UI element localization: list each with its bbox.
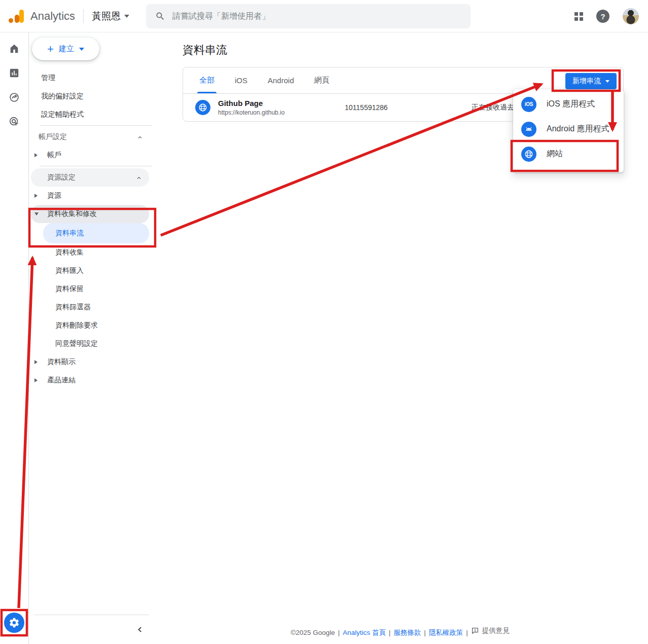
menu-divider	[40, 125, 152, 126]
sidebar-footer-divider	[34, 615, 149, 615]
collapse-arrow-icon	[34, 212, 39, 216]
sidebar-item-account[interactable]: 帳戶	[29, 146, 152, 164]
expand-arrow-icon	[34, 360, 38, 364]
footer-link-terms[interactable]: 服務條款	[393, 629, 421, 636]
sidebar-item-product-links[interactable]: 產品連結	[29, 371, 152, 389]
search-input[interactable]	[172, 12, 461, 21]
menu-divider	[40, 166, 152, 166]
account-switcher[interactable]: 黃照恩	[92, 10, 129, 23]
admin-menu: 管理 我的偏好設定 設定輔助程式 帳戶設定 帳戶 資源設定 資源 資料收集和修改…	[29, 69, 152, 389]
send-feedback-button[interactable]: 提供意見	[471, 626, 510, 635]
footer-link-privacy[interactable]: 隱私權政策	[429, 629, 463, 636]
sidebar-item-data-collection[interactable]: 資料收集	[29, 243, 152, 262]
stream-id: 10115591286	[345, 103, 472, 112]
search-icon	[155, 11, 165, 21]
tab-android[interactable]: Android	[262, 67, 300, 93]
avatar[interactable]	[623, 8, 639, 24]
account-name: 黃照恩	[92, 10, 121, 23]
plus-icon: +	[47, 44, 54, 55]
website-globe-icon	[521, 147, 536, 162]
chevron-down-icon	[605, 80, 609, 83]
explore-icon[interactable]	[0, 85, 28, 110]
footer: ©2025 Google|Analytics 首頁|服務條款|隱私權政策|提供意…	[152, 626, 648, 637]
add-stream-dropdown: iOS iOS 應用程式 Android 應用程式 網站	[513, 89, 624, 172]
sidebar-item-setup-assistant[interactable]: 設定輔助程式	[29, 105, 152, 124]
sidebar-item-data-display[interactable]: 資料顯示	[29, 353, 152, 371]
header-divider	[83, 9, 84, 23]
nav-rail	[0, 32, 29, 644]
chevron-down-icon	[124, 15, 129, 18]
create-button[interactable]: + 建立	[32, 38, 99, 60]
reports-icon[interactable]	[0, 61, 28, 85]
add-stream-button[interactable]: 新增串流	[565, 73, 617, 89]
ios-app-icon: iOS	[521, 97, 536, 112]
sidebar-item-data-streams[interactable]: 資料串流	[43, 223, 149, 243]
footer-link-analytics-home[interactable]: Analytics 首頁	[343, 629, 386, 636]
help-icon[interactable]: ?	[596, 10, 609, 23]
brand-title: Analytics	[30, 10, 75, 23]
analytics-logo-icon	[8, 8, 26, 24]
sidebar-section-account-settings[interactable]: 帳戶設定	[29, 128, 152, 146]
copyright: ©2025 Google	[291, 629, 335, 636]
tab-web[interactable]: 網頁	[308, 67, 336, 93]
sidebar-item-data-import[interactable]: 資料匯入	[29, 262, 152, 280]
tab-all[interactable]: 全部	[193, 67, 221, 93]
sidebar-item-admin[interactable]: 管理	[29, 69, 152, 87]
admin-gear-icon[interactable]	[4, 613, 24, 633]
sidebar-item-data-retention[interactable]: 資料保留	[29, 280, 152, 298]
page-title: 資料串流	[183, 43, 648, 57]
home-icon[interactable]	[0, 37, 28, 61]
android-app-icon	[521, 122, 536, 137]
search-bar[interactable]	[146, 4, 471, 28]
apps-grid-icon[interactable]	[574, 12, 583, 21]
advertising-icon[interactable]	[0, 110, 28, 134]
feedback-icon	[471, 627, 479, 635]
sidebar-item-data-filters[interactable]: 資料篩選器	[29, 298, 152, 316]
expand-arrow-icon	[34, 378, 38, 382]
sidebar-item-preferences[interactable]: 我的偏好設定	[29, 87, 152, 105]
chevron-up-icon	[136, 174, 142, 183]
stream-name: Github Page	[218, 99, 345, 108]
sidebar-item-data-deletion-requests[interactable]: 資料刪除要求	[29, 316, 152, 335]
chevron-up-icon	[137, 134, 143, 142]
sidebar-item-property[interactable]: 資源	[29, 187, 152, 205]
expand-arrow-icon	[34, 194, 38, 198]
expand-arrow-icon	[34, 153, 38, 157]
menu-item-website[interactable]: 網站	[513, 141, 624, 166]
menu-item-ios-app[interactable]: iOS iOS 應用程式	[513, 92, 624, 117]
sidebar-item-data-collection-and-modification[interactable]: 資料收集和修改	[31, 205, 149, 223]
web-stream-icon	[195, 100, 210, 115]
sidebar-item-consent-settings[interactable]: 同意聲明設定	[29, 335, 152, 353]
menu-item-android-app[interactable]: Android 應用程式	[513, 117, 624, 141]
admin-sidebar: + 建立 管理 我的偏好設定 設定輔助程式 帳戶設定 帳戶 資源設定 資源 資料…	[29, 32, 152, 644]
app-header: Analytics 黃照恩 ?	[0, 0, 648, 32]
tab-ios[interactable]: iOS	[229, 67, 254, 93]
chevron-down-icon	[79, 48, 84, 51]
stream-url: https://koteruon.github.io	[218, 109, 345, 116]
collapse-sidebar-icon[interactable]	[133, 623, 147, 636]
sidebar-section-property-settings[interactable]: 資源設定	[31, 168, 149, 187]
